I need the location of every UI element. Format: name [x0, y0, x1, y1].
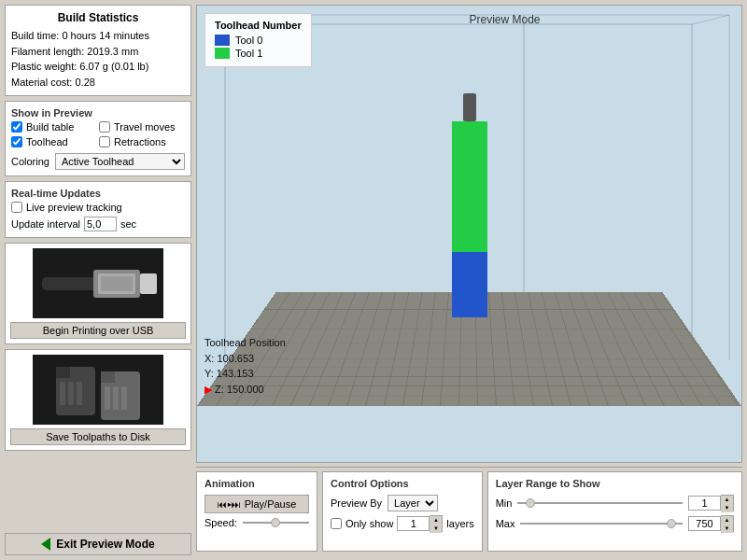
coloring-label: Coloring [11, 156, 49, 167]
play-pause-icon: ⏮▶⏭ [218, 499, 241, 510]
max-decrement[interactable]: ▼ [721, 525, 733, 533]
disk-section: Save Toolpaths to Disk [5, 349, 191, 451]
min-slider-thumb [526, 498, 535, 508]
play-pause-button[interactable]: ⏮▶⏭ Play/Pause [204, 495, 309, 513]
max-increment[interactable]: ▲ [721, 516, 733, 525]
max-slider[interactable] [520, 523, 683, 525]
usb-section: Begin Printing over USB [5, 243, 191, 344]
left-panel: Build Statistics Build time: 0 hours 14 … [0, 0, 196, 560]
save-toolpaths-button[interactable]: Save Toolpaths to Disk [10, 428, 186, 445]
build-table-row[interactable]: Build table [11, 121, 97, 133]
begin-printing-usb-button[interactable]: Begin Printing over USB [10, 322, 186, 339]
tower-green-segment [452, 121, 487, 252]
only-show-increment[interactable]: ▲ [430, 516, 442, 525]
retractions-label: Retractions [114, 136, 166, 147]
viewport[interactable]: Toolhead Number Tool 0 Tool 1 Preview Mo… [196, 5, 742, 463]
realtime-section: Real-time Updates Live preview tracking … [5, 181, 191, 238]
coloring-select[interactable]: Active Toolhead [55, 153, 185, 170]
min-decrement[interactable]: ▼ [721, 504, 733, 512]
show-in-preview-section: Show in Preview Build table Travel moves… [5, 101, 191, 176]
svg-rect-3 [101, 276, 133, 291]
build-statistics-title: Build Statistics [11, 11, 185, 24]
svg-rect-13 [113, 386, 119, 410]
preview-by-label: Preview By [331, 497, 382, 509]
only-show-label: Only show [345, 518, 393, 529]
speed-row: Speed: [204, 517, 309, 528]
preview-mode-label: Preview Mode [470, 13, 541, 26]
live-preview-checkbox[interactable] [11, 202, 22, 213]
position-y: Y: 143.153 [204, 366, 286, 382]
position-z-value: Z: 150.000 [215, 384, 264, 395]
exit-preview-label: Exit Preview Mode [56, 538, 154, 551]
legend-tool0: Tool 0 [215, 35, 302, 46]
toolhead-checkbox[interactable] [11, 136, 22, 147]
min-label: Min [496, 497, 513, 509]
travel-moves-label: Travel moves [114, 121, 176, 133]
min-spinbox: ▲ ▼ [688, 495, 734, 511]
min-range-row: Min ▲ ▼ [496, 495, 734, 511]
svg-line-19 [692, 15, 729, 24]
max-label: Max [496, 518, 515, 529]
tool1-label: Tool 1 [235, 48, 262, 59]
usb-image [33, 248, 163, 318]
only-show-value[interactable] [397, 516, 430, 531]
tool0-label: Tool 0 [235, 35, 262, 46]
animation-title: Animation [204, 478, 309, 489]
position-x: X: 100.653 [204, 351, 286, 367]
speed-thumb [271, 518, 280, 527]
z-arrow: ▶ [204, 384, 212, 395]
print-tower [452, 93, 487, 317]
toolhead-label: Toolhead [26, 136, 68, 147]
update-interval-label: Update interval [11, 218, 80, 230]
position-z: ▶ Z: 150.000 [204, 382, 286, 398]
travel-moves-checkbox[interactable] [99, 121, 110, 133]
layer-range-section: Layer Range to Show Min ▲ ▼ M [487, 471, 742, 552]
svg-marker-6 [56, 367, 70, 378]
only-show-decrement[interactable]: ▼ [430, 525, 442, 533]
retractions-checkbox[interactable] [99, 136, 110, 147]
min-increment[interactable]: ▲ [721, 496, 733, 504]
svg-rect-8 [68, 382, 74, 405]
build-statistics-panel: Build Statistics Build time: 0 hours 14 … [5, 5, 191, 96]
svg-rect-9 [77, 382, 82, 405]
svg-rect-7 [60, 382, 65, 405]
retractions-row[interactable]: Retractions [99, 136, 185, 147]
max-range-row: Max ▲ ▼ [496, 515, 734, 532]
travel-moves-row[interactable]: Travel moves [99, 121, 185, 133]
exit-preview-button[interactable]: Exit Preview Mode [5, 533, 191, 555]
right-panel: Toolhead Number Tool 0 Tool 1 Preview Mo… [196, 0, 747, 560]
svg-rect-14 [121, 386, 127, 410]
max-value-input[interactable] [688, 516, 721, 531]
build-time: Build time: 0 hours 14 minutes [11, 28, 185, 44]
preview-by-row: Preview By Layer [331, 495, 474, 511]
control-options-section: Control Options Preview By Layer Only sh… [322, 471, 483, 552]
svg-rect-12 [105, 386, 110, 410]
layers-label: layers [446, 518, 473, 529]
legend-title: Toolhead Number [215, 20, 302, 31]
toolhead-row[interactable]: Toolhead [11, 136, 97, 147]
tower-blue-segment [452, 252, 487, 317]
only-show-row: Only show ▲ ▼ layers [331, 515, 474, 532]
speed-label: Speed: [204, 517, 237, 528]
material-cost: Material cost: 0.28 [11, 75, 185, 91]
disk-image [33, 355, 163, 425]
build-table-label: Build table [26, 121, 74, 133]
svg-rect-0 [42, 277, 98, 290]
animation-section: Animation ⏮▶⏭ Play/Pause Speed: [196, 471, 317, 552]
update-interval-input[interactable] [84, 217, 117, 231]
max-slider-thumb [667, 519, 676, 528]
sec-label: sec [120, 218, 136, 230]
preview-by-select[interactable]: Layer [388, 495, 438, 511]
only-show-checkbox[interactable] [331, 518, 342, 529]
min-slider[interactable] [517, 502, 683, 504]
disk-illustration [37, 357, 159, 423]
position-title: Toolhead Position [204, 335, 286, 351]
speed-slider[interactable] [243, 522, 309, 524]
exit-arrow-icon [41, 538, 50, 551]
build-table-checkbox[interactable] [11, 121, 22, 133]
svg-rect-4 [140, 273, 157, 294]
only-show-spinbox: ▲ ▼ [397, 515, 443, 532]
show-in-preview-label: Show in Preview [11, 107, 185, 119]
toolhead-legend: Toolhead Number Tool 0 Tool 1 [204, 13, 312, 67]
min-value-input[interactable] [688, 496, 721, 511]
